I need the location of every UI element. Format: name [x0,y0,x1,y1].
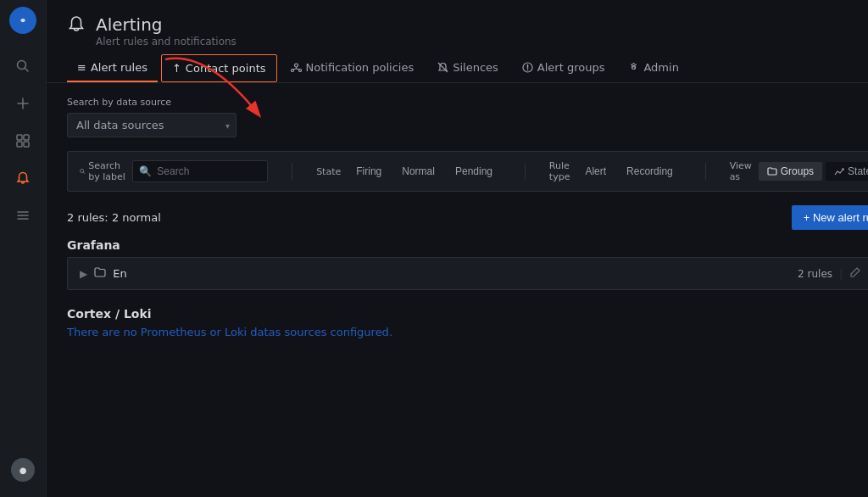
filter-divider-1 [292,163,292,180]
tab-contact-points-label: Contact points [186,62,266,75]
sidebar-item-alerting[interactable] [6,161,40,195]
page-title: Alerting [96,14,236,36]
sidebar-item-explore[interactable] [6,198,40,232]
tab-silences[interactable]: Silences [427,54,509,82]
filter-divider-3 [705,163,706,180]
tab-alert-rules[interactable]: ≡ Alert rules [67,54,158,82]
sidebar-item-user[interactable]: ● [11,458,35,482]
tab-notification-policies-label: Notification policies [306,61,415,74]
grafana-group-row: ▶ En 2 rules | [67,257,868,290]
rule-type-alert-btn[interactable]: Alert [576,162,615,181]
sidebar-item-search[interactable] [6,49,40,83]
view-as-label: View as [730,160,752,182]
tab-notification-policies[interactable]: Notification policies [281,54,425,82]
rule-type-recording-btn[interactable]: Recording [618,162,682,181]
state-view-icon [834,166,844,176]
search-label-icon [80,166,85,176]
state-buttons: Firing Normal Pending [348,162,501,181]
tab-alert-groups[interactable]: Alert groups [512,54,615,82]
view-groups-btn[interactable]: Groups [759,162,822,181]
sidebar-bottom: ● [11,456,35,483]
rules-count: 2 rules: 2 normal [67,211,161,224]
search-input-wrapper: 🔍 [132,160,268,182]
group-expand-icon[interactable]: ▶ [80,268,87,280]
state-normal-btn[interactable]: Normal [393,162,443,181]
page-content: Search by data source All data sources ▾ [47,83,868,497]
explore-icon [16,209,30,222]
state-label: State [316,166,341,177]
svg-rect-5 [17,135,22,140]
state-pending-btn[interactable]: Pending [447,162,501,181]
view-as-buttons: Groups State [759,162,868,181]
new-alert-rule-button[interactable]: + New alert rule [792,205,868,230]
svg-line-2 [25,69,29,72]
filter-divider-2 [525,163,526,180]
svg-line-23 [83,172,84,173]
search-input-icon: 🔍 [139,165,152,177]
sidebar: ● [0,0,47,497]
tab-alert-rules-icon: ≡ [77,61,86,74]
tab-admin[interactable]: Admin [618,54,688,82]
state-filter-group: State Firing Normal Pending [316,162,501,181]
bell-header-icon [67,15,86,34]
grafana-logo-icon [15,13,31,28]
view-state-label: State [848,165,868,177]
main-content: Alerting Alert rules and notifications ≡… [47,0,868,497]
tab-alert-rules-label: Alert rules [91,61,147,74]
group-folder-icon [94,266,106,281]
search-by-label-text: Search by label [80,160,125,182]
sidebar-item-add[interactable] [6,87,40,120]
pencil-icon [849,266,861,278]
bell-icon [16,171,30,185]
cortex-section: Cortex / Loki There are no Prometheus or… [67,307,868,338]
view-as-filter-group: View as Groups [730,160,868,182]
tab-contact-points-icon: ↑ [172,62,181,75]
datasource-label: Search by data source [67,97,868,108]
header-text-block: Alerting Alert rules and notifications [96,14,236,47]
folder-group-icon [94,266,106,278]
datasource-select[interactable]: All data sources [67,113,236,137]
rules-count-detail: 2 normal [112,211,161,224]
group-row-actions: 2 rules | [798,266,868,281]
add-icon [16,97,30,110]
tab-alert-groups-label: Alert groups [537,61,605,74]
rule-type-buttons: Alert Recording [576,162,681,181]
search-icon [16,59,30,73]
rules-count-text: 2 rules: [67,211,108,224]
cortex-section-title: Cortex / Loki [67,307,868,321]
search-input[interactable] [132,160,268,182]
tabs-bar: ≡ Alert rules ↑ Contact points Notificat… [47,54,868,83]
grafana-section: Grafana ▶ En 2 rules | [67,238,868,290]
view-groups-label: Groups [781,165,814,177]
alert-groups-icon [522,62,533,73]
silences-icon [437,62,448,73]
admin-icon [628,62,639,73]
tab-silences-label: Silences [453,61,498,74]
sidebar-item-dashboards[interactable] [6,124,40,158]
grafana-logo[interactable] [9,7,36,34]
page-header: Alerting Alert rules and notifications [47,0,868,47]
tab-contact-points[interactable]: ↑ Contact points [161,54,277,82]
svg-rect-8 [24,142,29,147]
datasource-search-section: Search by data source All data sources ▾ [67,97,868,137]
svg-rect-7 [17,142,22,147]
search-by-label-text: Search by label [88,160,125,182]
edit-group-icon[interactable] [849,266,861,281]
svg-point-13 [294,64,298,67]
state-firing-btn[interactable]: Firing [348,162,390,181]
rule-type-label: Rule type [549,160,570,182]
tab-admin-label: Admin [643,61,678,74]
select-chevron-icon: ▾ [225,120,230,130]
datasource-select-value: All data sources [76,119,164,131]
view-state-btn[interactable]: State [826,162,868,181]
rules-header: 2 rules: 2 normal + New alert rule [67,205,868,230]
cortex-message: There are no Prometheus or Loki datas so… [67,326,868,338]
notification-policies-icon [291,62,302,73]
grafana-section-title: Grafana [67,238,868,252]
svg-point-22 [81,169,84,172]
folder-icon [767,166,777,176]
rule-type-filter-group: Rule type Alert Recording [549,160,682,182]
alerting-header-icon [67,15,86,38]
group-rules-count: 2 rules [798,268,832,280]
main-wrapper: Alerting Alert rules and notifications ≡… [47,0,868,497]
